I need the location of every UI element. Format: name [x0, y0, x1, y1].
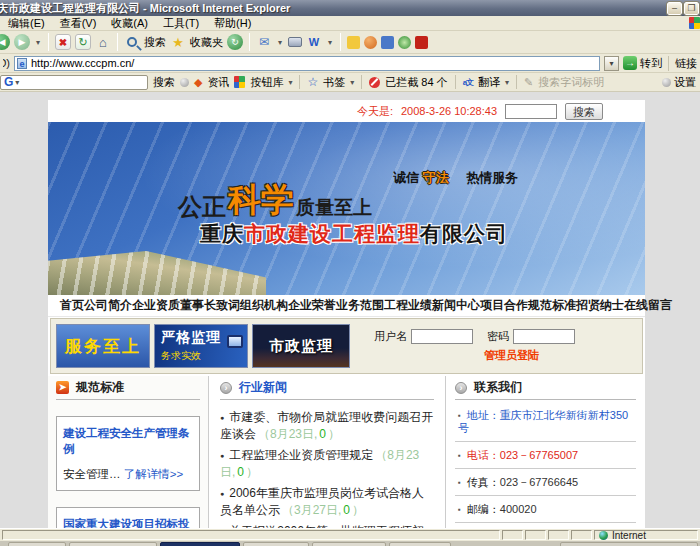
- translate-icon: a文: [463, 77, 473, 88]
- go-button[interactable]: → 转到: [623, 56, 662, 71]
- news-date: （3月27日,: [282, 503, 341, 517]
- refresh-button-icon[interactable]: ↻: [75, 34, 91, 50]
- links-menu[interactable]: 链接: [668, 56, 697, 71]
- username-input[interactable]: [411, 329, 473, 344]
- window-titlebar[interactable]: 庆市政建设工程监理有限公司 - Microsoft Internet Explo…: [0, 0, 700, 16]
- favorites-button-label[interactable]: 收藏夹: [190, 35, 223, 50]
- google-dropdown-icon[interactable]: ▾: [15, 78, 19, 87]
- back-button-icon[interactable]: ◀: [0, 34, 10, 50]
- plugin-flag-icon[interactable]: [415, 36, 428, 49]
- gtoolbar-search-button[interactable]: 搜索: [153, 75, 175, 90]
- window-title: 庆市政建设工程监理有限公司 - Microsoft Internet Explo…: [0, 1, 290, 16]
- edit-dropdown-icon[interactable]: ▾: [326, 34, 334, 50]
- menu-help[interactable]: 帮助(H): [214, 16, 251, 31]
- news-header: › 行业新闻: [220, 376, 434, 400]
- mail-dropdown-icon[interactable]: ▾: [276, 34, 284, 50]
- gtoolbar-settings-button[interactable]: 设置: [674, 75, 696, 90]
- news-link[interactable]: 工程监理企业资质管理规定: [229, 448, 373, 462]
- contact-value: 023－67765007: [500, 449, 578, 461]
- slogan-integrity: 诚信: [393, 170, 419, 185]
- card-title-link[interactable]: 国家重大建设项目招标投标监督暂行办法: [63, 516, 193, 528]
- address-dropdown-icon[interactable]: ▾: [604, 56, 619, 71]
- google-search-box[interactable]: G ▾: [0, 75, 148, 90]
- stop-button-icon[interactable]: ✖: [55, 34, 71, 50]
- contact-value: 400020: [500, 503, 537, 515]
- discuss-icon[interactable]: [364, 36, 377, 49]
- buttons-dropdown-icon[interactable]: ▾: [288, 78, 292, 87]
- edit-word-icon[interactable]: W: [306, 34, 322, 50]
- search-button-label[interactable]: 搜索: [144, 35, 166, 50]
- taskbar-button[interactable]: [243, 542, 309, 546]
- nav-about[interactable]: 公司简介: [84, 297, 132, 314]
- nav-honors[interactable]: 企业荣誉: [288, 297, 336, 314]
- history-icon[interactable]: ↻: [227, 34, 243, 50]
- minimize-button[interactable]: –: [667, 2, 682, 15]
- news-link[interactable]: 关于报送2006年第一批监理工程师初始注: [220, 524, 424, 528]
- messenger-icon[interactable]: [347, 36, 360, 49]
- forward-button-icon[interactable]: ▶: [14, 34, 30, 50]
- news-paren: ）: [246, 465, 258, 479]
- plugin-flower-icon[interactable]: [398, 36, 411, 49]
- gtoolbar-bookmarks-button[interactable]: 书签: [323, 75, 345, 90]
- gtoolbar-news-button[interactable]: 资讯: [207, 75, 229, 90]
- restore-button[interactable]: ❐: [684, 2, 699, 15]
- news-link[interactable]: 市建委、市物价局就监理收费问题召开座谈会: [220, 410, 433, 441]
- password-label: 密码: [487, 329, 509, 344]
- standards-card[interactable]: 建设工程安全生产管理条例 安全管理… 了解详情>>: [56, 416, 200, 491]
- popup-blocked-count[interactable]: 已拦截 84 个: [385, 75, 447, 90]
- google-logo-icon: G: [4, 75, 13, 89]
- password-input[interactable]: [513, 329, 575, 344]
- gtoolbar-separator: [299, 75, 300, 89]
- standards-card[interactable]: 国家重大建设项目招标投标监督暂行办法: [56, 507, 200, 528]
- home-button-icon[interactable]: ⌂: [95, 34, 111, 50]
- main-nav: 首页 公司简介 企业资质 董事长致词 组织机构 企业荣誉 业务范围 工程业绩 新…: [48, 295, 645, 317]
- nav-guestbook[interactable]: 在线留言: [624, 297, 672, 314]
- nav-organization[interactable]: 组织机构: [240, 297, 288, 314]
- go-label[interactable]: 转到: [640, 56, 662, 71]
- google-toolbar: G ▾ 搜索 ◆ 资讯 按钮库 ▾ ☆ 书签 ▾ 已拦截 84 个 a文 翻译 …: [0, 73, 700, 92]
- address-input[interactable]: e http://www.cccpm.cn/: [14, 56, 600, 71]
- nav-home[interactable]: 首页: [60, 297, 84, 314]
- nav-qualification[interactable]: 企业资质: [132, 297, 180, 314]
- gtoolbar-translate-button[interactable]: 翻译: [478, 75, 500, 90]
- nav-news-center[interactable]: 新闻中心: [432, 297, 480, 314]
- nav-recruitment[interactable]: 招贤纳士: [576, 297, 624, 314]
- favorites-icon[interactable]: ★: [170, 34, 186, 50]
- taskbar-button[interactable]: [69, 542, 157, 546]
- print-icon[interactable]: [288, 37, 302, 47]
- taskbar-button[interactable]: [312, 542, 386, 546]
- menu-edit[interactable]: 编辑(E): [8, 16, 45, 31]
- nav-projects[interactable]: 工程业绩: [384, 297, 432, 314]
- taskbar-button[interactable]: [389, 542, 451, 546]
- translate-dropdown-icon[interactable]: ▾: [505, 78, 509, 87]
- address-url[interactable]: http://www.cccpm.cn/: [31, 57, 134, 69]
- nav-standards[interactable]: 规范标准: [528, 297, 576, 314]
- menu-favorites[interactable]: 收藏(A): [111, 16, 148, 31]
- card-title-link[interactable]: 建设工程安全生产管理条例: [63, 425, 193, 457]
- nav-chairman[interactable]: 董事长致词: [180, 297, 240, 314]
- menu-tools[interactable]: 工具(T): [163, 16, 199, 31]
- mail-icon[interactable]: ✉: [256, 34, 272, 50]
- site-search-button[interactable]: 搜索: [565, 103, 603, 120]
- gtoolbar-buttons-button[interactable]: 按钮库: [250, 75, 283, 90]
- card-desc-text: 安全管理…: [63, 468, 121, 480]
- forward-dropdown-icon[interactable]: ▾: [34, 34, 42, 50]
- bookmarks-dropdown-icon[interactable]: ▾: [350, 78, 354, 87]
- slogan-fair: 公正: [178, 191, 226, 223]
- media-icon[interactable]: [381, 36, 394, 49]
- site-search-input[interactable]: [505, 104, 557, 119]
- supervision-banner[interactable]: 严格监理 务求实效: [154, 324, 248, 368]
- contact-value: 023－67766645: [500, 476, 578, 488]
- nav-cooperation[interactable]: 项目合作: [480, 297, 528, 314]
- search-icon[interactable]: [124, 34, 140, 50]
- service-banner[interactable]: 服务至上: [56, 324, 150, 368]
- municipal-banner[interactable]: 市政监理: [252, 324, 350, 368]
- nav-business-scope[interactable]: 业务范围: [336, 297, 384, 314]
- admin-login-link[interactable]: 管理员登陆: [484, 348, 539, 363]
- taskbar-button-active[interactable]: [160, 542, 240, 546]
- taskbar-button[interactable]: [8, 542, 66, 546]
- menu-view[interactable]: 查看(V): [60, 16, 97, 31]
- strict-supervision-text: 严格监理: [161, 329, 221, 347]
- sphere-icon[interactable]: [180, 78, 189, 87]
- read-more-link[interactable]: 了解详情>>: [124, 468, 183, 480]
